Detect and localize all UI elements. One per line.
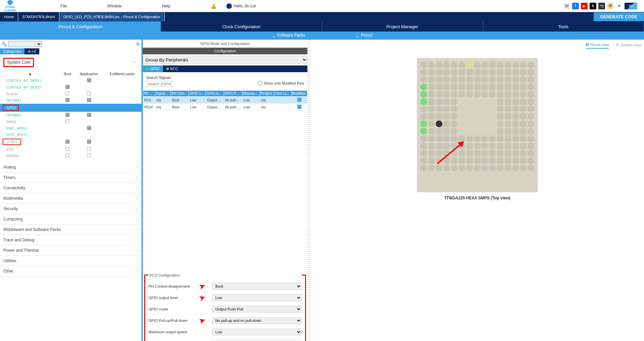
pin-166[interactable]	[428, 143, 435, 149]
pin-71[interactable]	[505, 91, 511, 98]
show-modified-checkbox[interactable]: Show only Modified Pins	[258, 81, 304, 85]
pin-157[interactable]	[474, 135, 481, 142]
pin-78[interactable]	[443, 98, 450, 105]
pin-18[interactable]	[443, 69, 450, 76]
pin-1[interactable]	[428, 61, 435, 68]
signal-col-6[interactable]: Maximu...	[242, 91, 260, 97]
pin-185[interactable]	[459, 150, 465, 157]
pin-91[interactable]	[428, 106, 435, 112]
rcc-tab[interactable]: RCC	[163, 65, 182, 72]
pin-72[interactable]	[512, 91, 519, 98]
generate-code-button[interactable]: GENERATE CODE	[594, 12, 644, 21]
pin-149[interactable]	[527, 128, 534, 135]
tab-clock-config[interactable]: Clock Configuration	[161, 21, 322, 32]
pin-76[interactable]	[428, 98, 435, 105]
pin-64[interactable]	[451, 91, 458, 98]
pin-152[interactable]	[436, 135, 442, 142]
periph-row-wwdg[interactable]: WWDG	[0, 152, 141, 159]
pin-40[interactable]	[497, 76, 504, 83]
pin-187[interactable]	[474, 150, 481, 157]
pin-117[interactable]	[512, 113, 519, 120]
wiki-icon[interactable]: W	[607, 3, 614, 9]
pin-147[interactable]	[512, 128, 519, 135]
pin-26[interactable]	[505, 69, 511, 76]
pin-223[interactable]	[520, 165, 526, 172]
pin-43[interactable]	[520, 76, 526, 83]
pin-30[interactable]	[420, 76, 427, 83]
pin-108[interactable]	[443, 113, 450, 120]
pin-87[interactable]	[512, 98, 519, 105]
pin-131[interactable]	[505, 120, 511, 127]
pin-105[interactable]	[420, 113, 427, 120]
pin-46[interactable]	[428, 84, 435, 90]
pin-24[interactable]	[489, 69, 496, 76]
pin-31[interactable]	[428, 76, 435, 83]
pin-175[interactable]	[497, 143, 504, 149]
pin-158[interactable]	[481, 135, 488, 142]
pin-34[interactable]	[451, 76, 458, 83]
periph-row-cortex_m7_boot[interactable]: CORTEX_M7_BOOT	[0, 84, 141, 91]
pin-210[interactable]	[420, 165, 427, 172]
pin-65[interactable]	[459, 91, 465, 98]
pin-45[interactable]	[420, 84, 427, 90]
peripheral-search[interactable]	[8, 41, 42, 47]
pin-213[interactable]	[443, 165, 450, 172]
pin-120[interactable]	[420, 120, 427, 127]
pin-217[interactable]	[474, 165, 481, 172]
col-application[interactable]: Application	[75, 70, 103, 77]
col-boot[interactable]: Boot	[60, 70, 75, 77]
pin-130[interactable]	[497, 120, 504, 127]
pin-77[interactable]	[436, 98, 442, 105]
pin-92[interactable]	[436, 106, 442, 112]
pin-189[interactable]	[489, 150, 496, 157]
pin-136[interactable]	[428, 128, 435, 135]
pin-50[interactable]	[459, 84, 465, 90]
pin-174[interactable]	[489, 143, 496, 149]
pin-224[interactable]	[527, 165, 534, 172]
periph-row-iwdg[interactable]: IWDG	[0, 118, 141, 125]
notification-icon[interactable]: 🔔	[211, 3, 216, 9]
category-computing[interactable]: Computing›	[0, 214, 141, 225]
pin-101[interactable]	[505, 106, 511, 112]
collapse-icon[interactable]: ⌄	[133, 59, 137, 64]
pin-2[interactable]	[436, 61, 442, 68]
pin-212[interactable]	[436, 165, 442, 172]
category-middleware-and-software-packs[interactable]: Middleware and Software Packs›	[0, 225, 141, 235]
signal-row-PC0[interactable]: PC0n/aBootLowOutput ...No pull-...Lown/a	[143, 97, 307, 104]
system-view-button[interactable]: ☰System view	[616, 42, 641, 49]
pin-67[interactable]	[474, 91, 481, 98]
pin-133[interactable]	[520, 120, 526, 127]
pin-196[interactable]	[428, 157, 435, 164]
pin-168[interactable]	[443, 143, 450, 149]
pin-39[interactable]	[489, 76, 496, 83]
pin-218[interactable]	[481, 165, 488, 172]
signal-col-4[interactable]: GPIO m...	[206, 91, 224, 97]
pin-41[interactable]	[505, 76, 511, 83]
category-utilities[interactable]: Utilities›	[0, 256, 141, 266]
pin-21[interactable]	[466, 69, 473, 76]
pin-14[interactable]	[527, 61, 534, 68]
config-select-output_level[interactable]: Low	[212, 294, 302, 301]
pin-154[interactable]	[451, 135, 458, 142]
pin-70[interactable]	[497, 91, 504, 98]
pin-94[interactable]	[451, 106, 458, 112]
pin-25[interactable]	[497, 69, 504, 76]
pin-193[interactable]	[520, 150, 526, 157]
category-system-core[interactable]: System Core	[3, 58, 34, 67]
pin-156[interactable]	[466, 135, 473, 142]
periph-row-gpio[interactable]: GPIO	[0, 104, 141, 112]
config-select-pin_context[interactable]: Boot	[212, 283, 302, 290]
pin-176[interactable]	[505, 143, 511, 149]
pin-57[interactable]	[512, 84, 519, 90]
user-profile[interactable]: Hello Jin-Lei	[226, 3, 256, 9]
pinout-view-button[interactable]: ▦Pinout view	[586, 42, 609, 49]
pin-123[interactable]	[443, 120, 450, 127]
pin-164[interactable]	[527, 135, 534, 142]
periph-row-cortex_m7_appli[interactable]: CORTEX_M7_APPLI	[0, 77, 141, 84]
pin-86[interactable]	[505, 98, 511, 105]
pin-100[interactable]	[497, 106, 504, 112]
pin-47[interactable]	[436, 84, 442, 90]
pin-199[interactable]	[451, 157, 458, 164]
subtab-software-packs[interactable]: Software Packs	[272, 33, 305, 38]
pin-3[interactable]	[443, 61, 450, 68]
